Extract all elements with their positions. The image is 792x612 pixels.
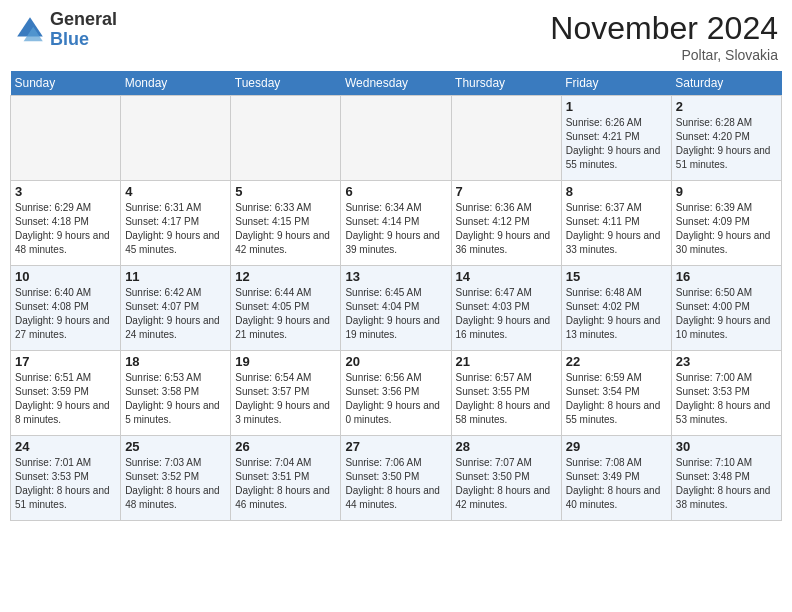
calendar-day: 19Sunrise: 6:54 AM Sunset: 3:57 PM Dayli… — [231, 351, 341, 436]
day-number: 24 — [15, 439, 116, 454]
day-number: 2 — [676, 99, 777, 114]
day-number: 20 — [345, 354, 446, 369]
day-number: 26 — [235, 439, 336, 454]
day-number: 29 — [566, 439, 667, 454]
calendar-day: 9Sunrise: 6:39 AM Sunset: 4:09 PM Daylig… — [671, 181, 781, 266]
day-header-monday: Monday — [121, 71, 231, 96]
day-info: Sunrise: 6:39 AM Sunset: 4:09 PM Dayligh… — [676, 201, 777, 257]
day-number: 4 — [125, 184, 226, 199]
day-info: Sunrise: 7:10 AM Sunset: 3:48 PM Dayligh… — [676, 456, 777, 512]
day-number: 9 — [676, 184, 777, 199]
calendar-day: 30Sunrise: 7:10 AM Sunset: 3:48 PM Dayli… — [671, 436, 781, 521]
calendar-day: 10Sunrise: 6:40 AM Sunset: 4:08 PM Dayli… — [11, 266, 121, 351]
day-info: Sunrise: 6:34 AM Sunset: 4:14 PM Dayligh… — [345, 201, 446, 257]
day-info: Sunrise: 6:44 AM Sunset: 4:05 PM Dayligh… — [235, 286, 336, 342]
day-info: Sunrise: 6:53 AM Sunset: 3:58 PM Dayligh… — [125, 371, 226, 427]
calendar-day: 23Sunrise: 7:00 AM Sunset: 3:53 PM Dayli… — [671, 351, 781, 436]
day-number: 6 — [345, 184, 446, 199]
day-info: Sunrise: 6:40 AM Sunset: 4:08 PM Dayligh… — [15, 286, 116, 342]
day-number: 3 — [15, 184, 116, 199]
calendar-day: 2Sunrise: 6:28 AM Sunset: 4:20 PM Daylig… — [671, 96, 781, 181]
day-info: Sunrise: 7:00 AM Sunset: 3:53 PM Dayligh… — [676, 371, 777, 427]
calendar-day: 8Sunrise: 6:37 AM Sunset: 4:11 PM Daylig… — [561, 181, 671, 266]
logo-icon — [14, 14, 46, 46]
day-info: Sunrise: 6:56 AM Sunset: 3:56 PM Dayligh… — [345, 371, 446, 427]
calendar-day — [451, 96, 561, 181]
calendar-day — [11, 96, 121, 181]
calendar-day: 4Sunrise: 6:31 AM Sunset: 4:17 PM Daylig… — [121, 181, 231, 266]
day-number: 13 — [345, 269, 446, 284]
day-number: 21 — [456, 354, 557, 369]
calendar-day: 1Sunrise: 6:26 AM Sunset: 4:21 PM Daylig… — [561, 96, 671, 181]
day-number: 1 — [566, 99, 667, 114]
calendar-day: 28Sunrise: 7:07 AM Sunset: 3:50 PM Dayli… — [451, 436, 561, 521]
day-info: Sunrise: 6:42 AM Sunset: 4:07 PM Dayligh… — [125, 286, 226, 342]
calendar-week-1: 1Sunrise: 6:26 AM Sunset: 4:21 PM Daylig… — [11, 96, 782, 181]
day-number: 12 — [235, 269, 336, 284]
day-number: 11 — [125, 269, 226, 284]
calendar-day: 6Sunrise: 6:34 AM Sunset: 4:14 PM Daylig… — [341, 181, 451, 266]
day-number: 17 — [15, 354, 116, 369]
calendar-day: 13Sunrise: 6:45 AM Sunset: 4:04 PM Dayli… — [341, 266, 451, 351]
calendar-day — [121, 96, 231, 181]
day-number: 5 — [235, 184, 336, 199]
day-info: Sunrise: 6:59 AM Sunset: 3:54 PM Dayligh… — [566, 371, 667, 427]
day-header-friday: Friday — [561, 71, 671, 96]
day-info: Sunrise: 6:51 AM Sunset: 3:59 PM Dayligh… — [15, 371, 116, 427]
day-number: 8 — [566, 184, 667, 199]
day-header-saturday: Saturday — [671, 71, 781, 96]
day-number: 15 — [566, 269, 667, 284]
day-number: 10 — [15, 269, 116, 284]
calendar-day: 3Sunrise: 6:29 AM Sunset: 4:18 PM Daylig… — [11, 181, 121, 266]
calendar-header: SundayMondayTuesdayWednesdayThursdayFrid… — [11, 71, 782, 96]
day-info: Sunrise: 7:07 AM Sunset: 3:50 PM Dayligh… — [456, 456, 557, 512]
day-number: 14 — [456, 269, 557, 284]
day-info: Sunrise: 6:54 AM Sunset: 3:57 PM Dayligh… — [235, 371, 336, 427]
calendar-day: 21Sunrise: 6:57 AM Sunset: 3:55 PM Dayli… — [451, 351, 561, 436]
day-info: Sunrise: 7:06 AM Sunset: 3:50 PM Dayligh… — [345, 456, 446, 512]
calendar-day: 16Sunrise: 6:50 AM Sunset: 4:00 PM Dayli… — [671, 266, 781, 351]
day-number: 19 — [235, 354, 336, 369]
calendar-day: 22Sunrise: 6:59 AM Sunset: 3:54 PM Dayli… — [561, 351, 671, 436]
day-number: 16 — [676, 269, 777, 284]
calendar-day: 12Sunrise: 6:44 AM Sunset: 4:05 PM Dayli… — [231, 266, 341, 351]
calendar-day: 14Sunrise: 6:47 AM Sunset: 4:03 PM Dayli… — [451, 266, 561, 351]
day-number: 30 — [676, 439, 777, 454]
page-header: General Blue November 2024 Poltar, Slova… — [10, 10, 782, 63]
calendar-day: 17Sunrise: 6:51 AM Sunset: 3:59 PM Dayli… — [11, 351, 121, 436]
day-header-wednesday: Wednesday — [341, 71, 451, 96]
day-number: 28 — [456, 439, 557, 454]
calendar-day: 18Sunrise: 6:53 AM Sunset: 3:58 PM Dayli… — [121, 351, 231, 436]
location-subtitle: Poltar, Slovakia — [550, 47, 778, 63]
day-number: 18 — [125, 354, 226, 369]
calendar-week-4: 17Sunrise: 6:51 AM Sunset: 3:59 PM Dayli… — [11, 351, 782, 436]
day-number: 23 — [676, 354, 777, 369]
calendar-table: SundayMondayTuesdayWednesdayThursdayFrid… — [10, 71, 782, 521]
day-number: 7 — [456, 184, 557, 199]
day-header-tuesday: Tuesday — [231, 71, 341, 96]
calendar-day: 15Sunrise: 6:48 AM Sunset: 4:02 PM Dayli… — [561, 266, 671, 351]
calendar-day: 29Sunrise: 7:08 AM Sunset: 3:49 PM Dayli… — [561, 436, 671, 521]
day-info: Sunrise: 6:57 AM Sunset: 3:55 PM Dayligh… — [456, 371, 557, 427]
calendar-day: 25Sunrise: 7:03 AM Sunset: 3:52 PM Dayli… — [121, 436, 231, 521]
day-info: Sunrise: 6:36 AM Sunset: 4:12 PM Dayligh… — [456, 201, 557, 257]
title-block: November 2024 Poltar, Slovakia — [550, 10, 778, 63]
day-info: Sunrise: 7:08 AM Sunset: 3:49 PM Dayligh… — [566, 456, 667, 512]
calendar-day: 24Sunrise: 7:01 AM Sunset: 3:53 PM Dayli… — [11, 436, 121, 521]
day-info: Sunrise: 7:03 AM Sunset: 3:52 PM Dayligh… — [125, 456, 226, 512]
day-info: Sunrise: 6:50 AM Sunset: 4:00 PM Dayligh… — [676, 286, 777, 342]
day-info: Sunrise: 6:33 AM Sunset: 4:15 PM Dayligh… — [235, 201, 336, 257]
calendar-day — [341, 96, 451, 181]
calendar-week-2: 3Sunrise: 6:29 AM Sunset: 4:18 PM Daylig… — [11, 181, 782, 266]
calendar-day: 11Sunrise: 6:42 AM Sunset: 4:07 PM Dayli… — [121, 266, 231, 351]
calendar-day: 7Sunrise: 6:36 AM Sunset: 4:12 PM Daylig… — [451, 181, 561, 266]
calendar-week-5: 24Sunrise: 7:01 AM Sunset: 3:53 PM Dayli… — [11, 436, 782, 521]
day-info: Sunrise: 6:37 AM Sunset: 4:11 PM Dayligh… — [566, 201, 667, 257]
day-info: Sunrise: 7:01 AM Sunset: 3:53 PM Dayligh… — [15, 456, 116, 512]
day-info: Sunrise: 6:45 AM Sunset: 4:04 PM Dayligh… — [345, 286, 446, 342]
days-of-week-row: SundayMondayTuesdayWednesdayThursdayFrid… — [11, 71, 782, 96]
day-number: 22 — [566, 354, 667, 369]
calendar-day: 27Sunrise: 7:06 AM Sunset: 3:50 PM Dayli… — [341, 436, 451, 521]
calendar-day: 20Sunrise: 6:56 AM Sunset: 3:56 PM Dayli… — [341, 351, 451, 436]
day-info: Sunrise: 7:04 AM Sunset: 3:51 PM Dayligh… — [235, 456, 336, 512]
